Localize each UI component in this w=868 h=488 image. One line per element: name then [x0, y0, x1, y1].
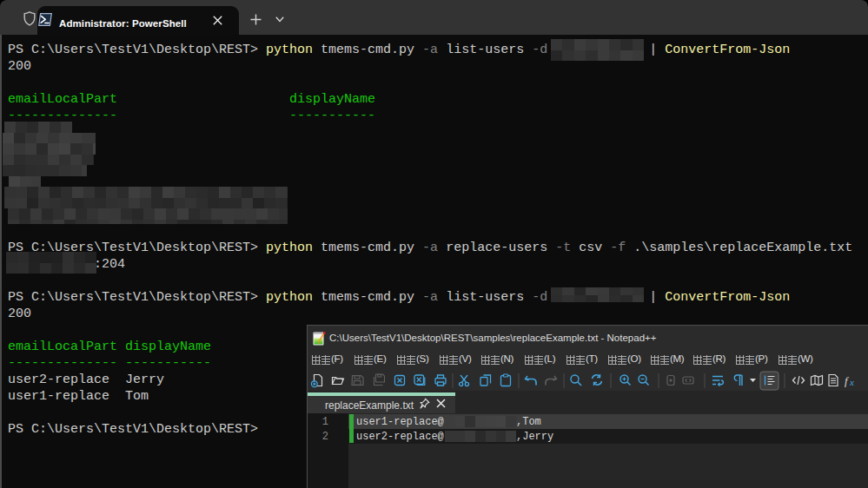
svg-text:x: x: [849, 377, 854, 387]
